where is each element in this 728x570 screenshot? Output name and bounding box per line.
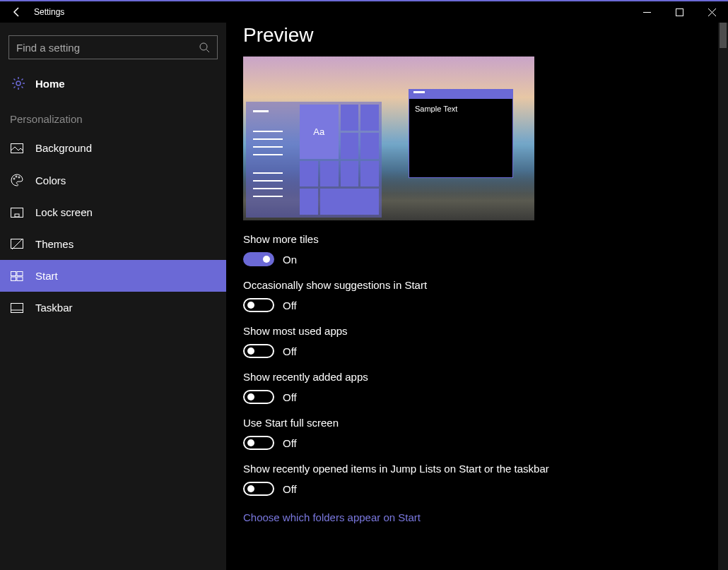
svg-point-2	[16, 81, 20, 85]
nav-home[interactable]: Home	[0, 68, 226, 99]
setting-label: Use Start full screen	[243, 417, 724, 429]
nav-item-label: Themes	[35, 238, 74, 250]
setting-label: Show more tiles	[243, 233, 724, 245]
toggle-full-screen[interactable]	[243, 436, 274, 450]
setting-label: Show recently opened items in Jump Lists…	[243, 463, 724, 475]
nav-item-label: Start	[35, 270, 58, 282]
gear-icon	[11, 76, 25, 90]
preview-sample-text: Sample Text	[409, 99, 512, 119]
close-button[interactable]	[695, 1, 728, 23]
back-button[interactable]	[0, 1, 34, 23]
window-title: Settings	[34, 7, 64, 17]
search-icon	[199, 42, 210, 53]
svg-point-5	[16, 176, 17, 177]
toggle-state: Off	[283, 299, 297, 311]
sidebar: Find a setting Home Personalization Back…	[0, 23, 226, 570]
setting-label: Occasionally show suggestions in Start	[243, 279, 724, 291]
nav-colors[interactable]: Colors	[0, 164, 226, 196]
toggle-state: On	[283, 254, 297, 266]
nav-item-label: Colors	[35, 174, 66, 186]
setting-label: Show most used apps	[243, 325, 724, 337]
toggle-most-used[interactable]	[243, 344, 274, 358]
nav-themes[interactable]: Themes	[0, 228, 226, 260]
preview-start-mock: Aa	[246, 102, 382, 218]
main-content: Preview Aa	[226, 23, 728, 570]
nav-item-label: Lock screen	[35, 206, 93, 218]
toggle-state: Off	[283, 483, 297, 495]
themes-icon	[10, 239, 24, 250]
svg-rect-3	[11, 143, 23, 153]
svg-rect-7	[11, 208, 23, 217]
scrollbar-thumb[interactable]	[720, 23, 727, 48]
toggle-state: Off	[283, 391, 297, 403]
scrollbar[interactable]	[718, 23, 728, 570]
nav-item-label: Taskbar	[35, 302, 73, 314]
taskbar-icon	[10, 303, 24, 313]
svg-rect-11	[17, 271, 23, 275]
preview-sample-window: Sample Text	[409, 89, 513, 178]
start-icon	[10, 271, 24, 281]
svg-rect-10	[11, 271, 16, 275]
toggle-show-suggestions[interactable]	[243, 298, 274, 312]
nav-taskbar[interactable]: Taskbar	[0, 292, 226, 323]
search-input[interactable]: Find a setting	[8, 35, 218, 59]
lockscreen-icon	[10, 208, 24, 218]
section-header: Personalization	[0, 99, 226, 132]
svg-rect-14	[11, 303, 23, 312]
setting-label: Show recently added apps	[243, 371, 724, 383]
svg-point-1	[200, 43, 207, 50]
maximize-button[interactable]	[663, 1, 695, 23]
palette-icon	[10, 174, 24, 186]
svg-rect-12	[11, 277, 16, 281]
svg-rect-13	[17, 277, 23, 281]
svg-rect-8	[15, 214, 19, 217]
link-choose-folders[interactable]: Choose which folders appear on Start	[243, 511, 421, 523]
nav-item-label: Background	[35, 142, 92, 154]
svg-point-4	[13, 178, 15, 179]
preview-tile-aa: Aa	[300, 105, 339, 159]
toggle-recently-added[interactable]	[243, 390, 274, 404]
toggle-jump-lists[interactable]	[243, 482, 274, 496]
page-heading: Preview	[243, 24, 724, 47]
nav-start[interactable]: Start	[0, 260, 226, 292]
preview-image: Aa Sample Text	[243, 57, 534, 220]
svg-point-6	[18, 177, 20, 178]
picture-icon	[10, 143, 24, 153]
svg-rect-0	[676, 8, 683, 16]
minimize-button[interactable]	[630, 1, 663, 23]
toggle-state: Off	[283, 345, 297, 357]
toggle-state: Off	[283, 437, 297, 449]
titlebar: Settings	[0, 0, 728, 23]
nav-lockscreen[interactable]: Lock screen	[0, 196, 226, 228]
search-placeholder: Find a setting	[16, 42, 199, 54]
toggle-show-more-tiles[interactable]	[243, 252, 274, 266]
nav-home-label: Home	[35, 78, 65, 90]
nav-background[interactable]: Background	[0, 132, 226, 164]
